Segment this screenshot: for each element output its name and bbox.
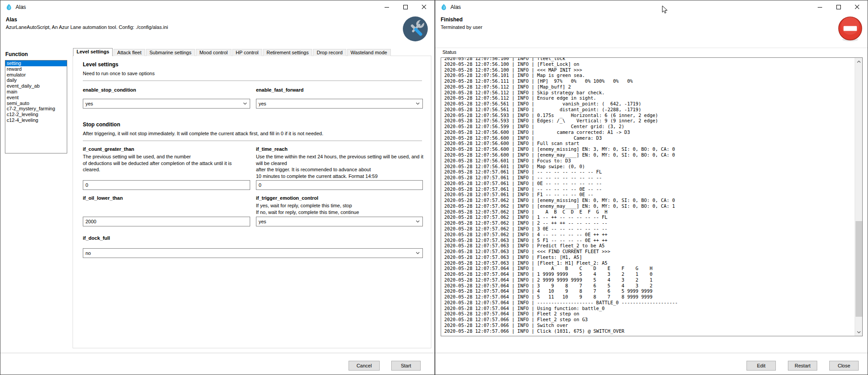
log-line: 2020-05-28 12:07:56.600 | INFO | [enemy_… xyxy=(444,146,855,152)
section-title-level-settings: Level settings xyxy=(83,61,118,68)
tab-wasteland-mode[interactable]: Wasteland mode xyxy=(347,49,391,56)
enable-fast-forward-select[interactable]: yes xyxy=(256,99,423,109)
close-button[interactable] xyxy=(848,0,867,14)
status-label: Status xyxy=(442,49,456,55)
label-if-count-greater-than: if_count_greater_than xyxy=(83,146,134,152)
log-line: 2020-05-28 12:07:57.063 | INFO | Predict… xyxy=(444,243,855,249)
edit-button[interactable]: Edit xyxy=(746,361,776,371)
chevron-down-icon xyxy=(416,252,420,254)
minimize-button[interactable] xyxy=(377,0,396,14)
log-line: 2020-05-28 12:07:56.561 | INFO | distant… xyxy=(444,107,855,113)
sidebar-item-reward[interactable]: reward xyxy=(5,66,67,72)
tab-hp-control[interactable]: HP control xyxy=(232,49,262,56)
log-line: 2020-05-28 12:07:56.601 | INFO | Map swi… xyxy=(444,164,855,169)
restart-button[interactable]: Restart xyxy=(788,361,817,371)
select-value: yes xyxy=(259,101,266,106)
tab-retirement-settings[interactable]: Retirement settings xyxy=(263,49,312,56)
log-line: 2020-05-28 12:07:57.061 | INFO | -- -- -… xyxy=(444,186,855,192)
minimize-button[interactable] xyxy=(811,0,829,14)
if-trigger-emotion-control-select[interactable]: yes xyxy=(256,217,423,226)
tab-drop-record[interactable]: Drop record xyxy=(313,49,346,56)
status-log[interactable]: 2020-05-28 12:07:56.100 | INFO | fleet_l… xyxy=(441,57,863,336)
log-line: 2020-05-28 12:07:57.066 | INFO | Fleet_2… xyxy=(444,317,855,323)
desc-if-count-greater-than: The previous setting will be used, and t… xyxy=(83,153,250,173)
log-line: 2020-05-28 12:07:57.061 | INFO | 0E -- -… xyxy=(444,181,855,186)
sidebar-item-c7-2-mystery-farming[interactable]: c7-2_mystery_farming xyxy=(5,106,67,112)
log-line: 2020-05-28 12:07:57.062 | INFO | [enemy_… xyxy=(444,198,855,203)
maximize-button[interactable] xyxy=(396,0,415,14)
sidebar-item-setting[interactable]: setting xyxy=(5,60,67,66)
scroll-down-icon[interactable] xyxy=(855,328,863,336)
alas-config-window: Alas Alas AzurLaneAutoScript, An Azur La… xyxy=(0,0,435,375)
desc-if-time-reach: Use the time within the next 24 hours, t… xyxy=(256,153,424,179)
log-line: 2020-05-28 12:07:56.600 | INFO | Camera:… xyxy=(444,135,855,141)
status-log-content: 2020-05-28 12:07:56.100 | INFO | fleet_l… xyxy=(441,57,855,334)
chevron-down-icon xyxy=(416,102,420,105)
log-line: 2020-05-28 12:07:57.061 | INFO | -- -- -… xyxy=(444,175,855,181)
chevron-down-icon xyxy=(416,220,420,223)
footer-divider xyxy=(0,353,434,353)
log-line: 2020-05-28 12:07:56.599 | INFO | Center … xyxy=(444,124,855,129)
header-divider xyxy=(435,48,868,48)
minimize-icon xyxy=(818,7,822,8)
status-title: Finished xyxy=(441,16,462,23)
titlebar[interactable]: Alas xyxy=(435,0,868,14)
log-line: 2020-05-28 12:07:56.100 | INFO | [Fleet_… xyxy=(444,61,855,67)
log-line: 2020-05-28 12:07:57.064 | INFO | 5 11 10… xyxy=(444,294,855,300)
label-if-trigger-emotion-control: if_trigger_emotion_control xyxy=(256,195,318,201)
sidebar-item-c12-4-leveling[interactable]: c12-4_leveling xyxy=(5,117,67,123)
enable-stop-condition-select[interactable]: yes xyxy=(83,99,250,109)
sidebar-item-event-daily-ab[interactable]: event_daily_ab xyxy=(5,83,67,89)
log-line: 2020-05-28 12:07:57.062 | INFO | 1 -- ++… xyxy=(444,214,855,220)
log-line: 2020-05-28 12:07:56.112 | INFO | Skip st… xyxy=(444,90,855,96)
maximize-button[interactable] xyxy=(829,0,848,14)
log-line: 2020-05-28 12:07:56.600 | INFO | camera … xyxy=(444,129,855,135)
sidebar-item-daily[interactable]: daily xyxy=(5,77,67,83)
tab-mood-control[interactable]: Mood control xyxy=(196,49,231,56)
log-line: 2020-05-28 12:07:57.066 | INFO | Switch … xyxy=(444,323,855,328)
close-button[interactable] xyxy=(415,0,434,14)
log-line: 2020-05-28 12:07:57.061 | INFO | F1 -- -… xyxy=(444,192,855,198)
scroll-up-icon[interactable] xyxy=(855,58,863,65)
log-line: 2020-05-28 12:07:56.111 | INFO | [HP] 97… xyxy=(444,78,855,84)
start-button[interactable]: Start xyxy=(391,361,421,371)
log-line: 2020-05-28 12:07:57.063 | INFO | Fleets:… xyxy=(444,254,855,260)
sidebar-item-main[interactable]: main xyxy=(5,89,67,95)
chevron-down-icon xyxy=(243,102,247,105)
label-enable-fast-forward: enable_fast_forward xyxy=(256,87,304,93)
maximize-icon xyxy=(836,5,841,9)
log-scrollbar[interactable] xyxy=(855,58,862,336)
sidebar-item-event[interactable]: event xyxy=(5,95,67,101)
log-line: 2020-05-28 12:07:56.100 | INFO | <<< MAP… xyxy=(444,67,855,73)
select-value: yes xyxy=(259,219,266,224)
label-if-oil-lower-than: if_oil_lower_than xyxy=(83,195,123,201)
titlebar[interactable]: Alas xyxy=(0,0,434,14)
scrollbar-thumb[interactable] xyxy=(856,221,862,317)
sidebar-item-emulator[interactable]: emulator xyxy=(5,72,67,78)
if-oil-lower-than-input[interactable]: 2000 xyxy=(83,217,250,226)
log-line: 2020-05-28 12:07:57.062 | INFO | 3 0E --… xyxy=(444,226,855,232)
log-line: 2020-05-28 12:07:56.101 | INFO | Map is … xyxy=(444,73,855,78)
sidebar-item-c12-2-leveling[interactable]: c12-2_leveling xyxy=(5,112,67,117)
log-line: 2020-05-28 12:07:57.062 | INFO | 2 -- ++… xyxy=(444,220,855,226)
close-dialog-button[interactable]: Close xyxy=(829,361,859,371)
tab-attack-fleet[interactable]: Attack fleet xyxy=(114,49,145,56)
log-line: 2020-05-28 12:07:56.561 | INFO | vanish_… xyxy=(444,101,855,107)
mouse-cursor-icon xyxy=(661,5,669,14)
tab-level-settings[interactable]: Level settings xyxy=(73,48,113,56)
log-line: 2020-05-28 12:07:56.112 | INFO | [Map_bu… xyxy=(444,84,855,90)
tab-submarine-settings[interactable]: Submarine settings xyxy=(146,49,195,56)
label-if-dock-full: if_dock_full xyxy=(83,235,110,241)
if-time-reach-input[interactable]: 0 xyxy=(256,180,423,190)
if-count-greater-than-input[interactable]: 0 xyxy=(83,180,250,190)
log-line: 2020-05-28 12:07:57.063 | INFO | <<< FIN… xyxy=(444,249,855,254)
window-title: Alas xyxy=(450,4,461,10)
cancel-button[interactable]: Cancel xyxy=(349,361,380,371)
alas-logo-icon xyxy=(440,4,447,11)
minimize-icon xyxy=(385,7,389,8)
log-line: 2020-05-28 12:07:56.600 | INFO | [enemy_… xyxy=(444,152,855,158)
section-desc-level-settings: Need to run once to save options xyxy=(83,71,154,76)
if-dock-full-select[interactable]: no xyxy=(83,248,423,258)
function-list[interactable]: settingrewardemulatordailyevent_daily_ab… xyxy=(5,60,67,153)
sidebar-item-semi-auto[interactable]: semi_auto xyxy=(5,101,67,106)
